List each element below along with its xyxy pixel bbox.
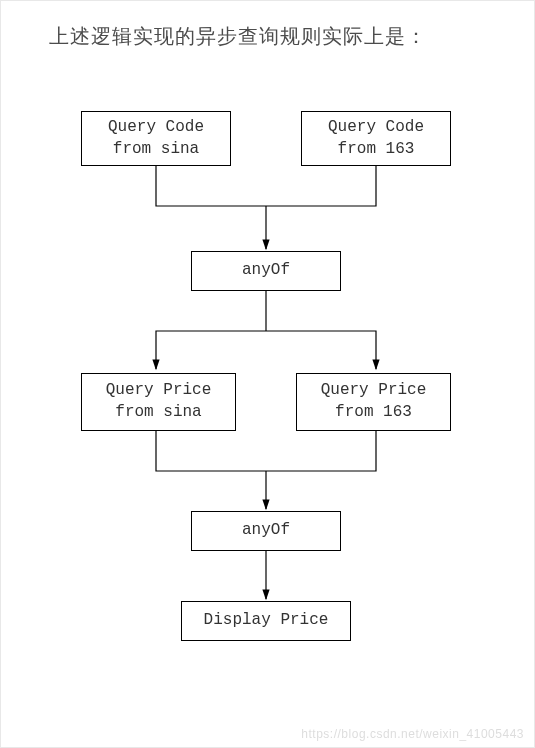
flow-diagram: Query Code from sina Query Code from 163… [41, 91, 496, 731]
box-query-code-sina: Query Code from sina [81, 111, 231, 166]
watermark-text: https://blog.csdn.net/weixin_41005443 [301, 727, 524, 741]
page-title: 上述逻辑实现的异步查询规则实际上是： [49, 23, 427, 50]
box-query-code-163: Query Code from 163 [301, 111, 451, 166]
box-query-price-163: Query Price from 163 [296, 373, 451, 431]
box-query-price-sina: Query Price from sina [81, 373, 236, 431]
box-anyof-1: anyOf [191, 251, 341, 291]
box-display-price: Display Price [181, 601, 351, 641]
box-anyof-2: anyOf [191, 511, 341, 551]
